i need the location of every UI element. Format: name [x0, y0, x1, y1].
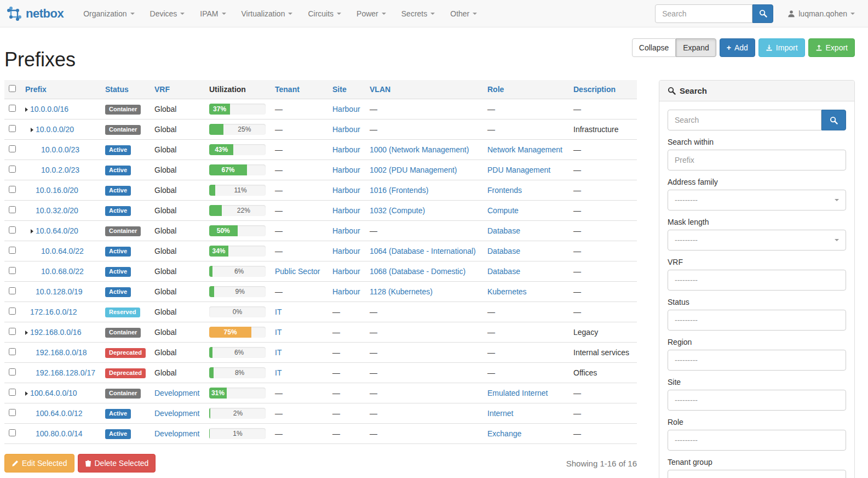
column-header-site[interactable]: Site — [332, 85, 347, 94]
prefix-link[interactable]: 10.0.128.0/19 — [36, 287, 83, 296]
filter-select-address-family[interactable]: --------- — [668, 190, 846, 210]
vlan-link[interactable]: 1000 (Network Management) — [370, 145, 469, 154]
row-checkbox[interactable] — [9, 125, 16, 132]
row-checkbox[interactable] — [9, 267, 16, 274]
navbar-menu-ipam[interactable]: IPAM — [192, 0, 233, 27]
sidebar-search-button[interactable] — [821, 110, 846, 130]
prefix-link[interactable]: 10.0.0.0/23 — [41, 145, 79, 154]
vlan-link[interactable]: 1128 (Kubernetes) — [370, 287, 433, 296]
tenant-link[interactable]: Public Sector — [275, 267, 320, 276]
tenant-link[interactable]: IT — [275, 368, 281, 377]
select-all-checkbox[interactable] — [9, 85, 16, 92]
navbar-search-button[interactable] — [752, 4, 773, 23]
prefix-link[interactable]: 192.168.128.0/17 — [36, 368, 95, 377]
vlan-link[interactable]: 1032 (Compute) — [370, 206, 425, 215]
navbar-menu-circuits[interactable]: Circuits — [300, 0, 349, 27]
row-checkbox[interactable] — [9, 206, 16, 213]
add-button[interactable]: + Add — [720, 38, 755, 57]
site-link[interactable]: Harbour — [332, 105, 360, 113]
vrf-link[interactable]: Development — [154, 389, 200, 397]
column-header-prefix[interactable]: Prefix — [25, 85, 47, 94]
prefix-link[interactable]: 10.0.32.0/20 — [36, 206, 78, 215]
expand-caret-icon[interactable] — [25, 391, 28, 396]
row-checkbox[interactable] — [9, 308, 16, 315]
row-checkbox[interactable] — [9, 348, 16, 355]
filter-input-site[interactable] — [668, 390, 846, 411]
row-checkbox[interactable] — [9, 186, 16, 193]
filter-select-mask-length[interactable]: --------- — [668, 230, 846, 251]
navbar-menu-power[interactable]: Power — [349, 0, 394, 27]
site-link[interactable]: Harbour — [332, 125, 360, 134]
tenant-link[interactable]: IT — [275, 308, 281, 316]
site-link[interactable]: Harbour — [332, 287, 360, 296]
delete-selected-button[interactable]: Delete Selected — [78, 454, 156, 473]
role-link[interactable]: Kubernetes — [487, 287, 527, 296]
row-checkbox[interactable] — [9, 166, 16, 173]
row-checkbox[interactable] — [9, 429, 16, 436]
prefix-link[interactable]: 100.64.0.0/12 — [36, 409, 83, 418]
site-link[interactable]: Harbour — [332, 145, 360, 154]
row-checkbox[interactable] — [9, 368, 16, 375]
import-button[interactable]: Import — [758, 38, 805, 57]
role-link[interactable]: Compute — [487, 206, 519, 215]
role-link[interactable]: Database — [487, 267, 520, 276]
site-link[interactable]: Harbour — [332, 186, 360, 195]
vrf-link[interactable]: Development — [154, 429, 200, 438]
prefix-link[interactable]: 10.0.0.0/16 — [30, 105, 68, 113]
row-checkbox[interactable] — [9, 328, 16, 335]
prefix-link[interactable]: 10.0.64.0/20 — [36, 226, 78, 235]
column-header-tenant[interactable]: Tenant — [275, 85, 300, 94]
role-link[interactable]: PDU Management — [487, 166, 550, 174]
row-checkbox[interactable] — [9, 389, 16, 396]
role-link[interactable]: Internet — [487, 409, 513, 418]
column-header-vlan[interactable]: VLAN — [370, 85, 390, 94]
role-link[interactable]: Frontends — [487, 186, 522, 195]
row-checkbox[interactable] — [9, 105, 16, 112]
navbar-menu-devices[interactable]: Devices — [142, 0, 193, 27]
role-link[interactable]: Database — [487, 226, 520, 235]
prefix-link[interactable]: 100.64.0.0/10 — [30, 389, 77, 397]
expand-caret-icon[interactable] — [25, 331, 28, 335]
navbar-menu-secrets[interactable]: Secrets — [394, 0, 442, 27]
filter-input-vrf[interactable] — [668, 270, 846, 291]
export-button[interactable]: Export — [808, 38, 855, 57]
prefix-link[interactable]: 10.0.2.0/23 — [41, 166, 79, 174]
role-link[interactable]: Network Management — [487, 145, 562, 154]
prefix-link[interactable]: 172.16.0.0/12 — [30, 308, 77, 316]
collapse-button[interactable]: Collapse — [632, 38, 676, 57]
tenant-link[interactable]: IT — [275, 328, 281, 337]
expand-caret-icon[interactable] — [31, 128, 33, 132]
netbox-logo[interactable]: netbox — [7, 6, 64, 21]
prefix-link[interactable]: 10.0.68.0/22 — [41, 267, 84, 276]
expand-button[interactable]: Expand — [676, 38, 716, 57]
prefix-link[interactable]: 100.80.0.0/14 — [36, 429, 83, 438]
filter-input-role[interactable] — [668, 430, 846, 451]
role-link[interactable]: Exchange — [487, 429, 521, 438]
navbar-search-input[interactable] — [655, 4, 752, 23]
prefix-link[interactable]: 10.0.64.0/22 — [41, 247, 84, 255]
expand-caret-icon[interactable] — [31, 229, 33, 234]
row-checkbox[interactable] — [9, 409, 16, 416]
navbar-menu-organization[interactable]: Organization — [76, 0, 142, 27]
edit-selected-button[interactable]: Edit Selected — [4, 454, 74, 473]
site-link[interactable]: Harbour — [332, 166, 360, 174]
vrf-link[interactable]: Development — [154, 409, 200, 418]
site-link[interactable]: Harbour — [332, 247, 360, 255]
column-header-vrf[interactable]: VRF — [154, 85, 170, 94]
vlan-link[interactable]: 1068 (Database - Domestic) — [370, 267, 465, 276]
tenant-link[interactable]: IT — [275, 348, 281, 357]
vlan-link[interactable]: 1064 (Database - International) — [370, 247, 476, 255]
column-header-role[interactable]: Role — [487, 85, 504, 94]
column-header-status[interactable]: Status — [105, 85, 129, 94]
filter-input-region[interactable] — [668, 350, 846, 371]
column-header-description[interactable]: Description — [573, 85, 616, 94]
sidebar-search-input[interactable] — [668, 110, 821, 130]
filter-input-search-within[interactable] — [668, 150, 846, 170]
prefix-link[interactable]: 192.168.0.0/18 — [36, 348, 87, 357]
expand-caret-icon[interactable] — [25, 107, 28, 112]
site-link[interactable]: Harbour — [332, 267, 360, 276]
site-link[interactable]: Harbour — [332, 226, 360, 235]
site-link[interactable]: Harbour — [332, 206, 360, 215]
prefix-link[interactable]: 10.0.16.0/20 — [36, 186, 78, 195]
vlan-link[interactable]: 1002 (PDU Management) — [370, 166, 457, 174]
